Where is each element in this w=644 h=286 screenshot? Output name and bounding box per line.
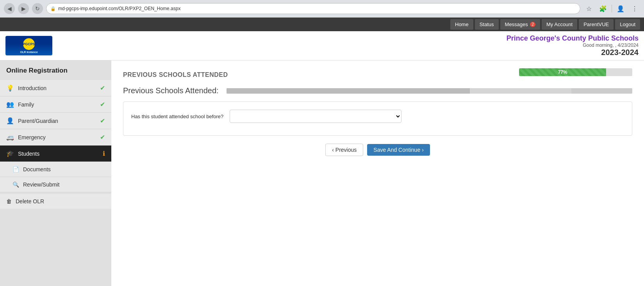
- sidebar-item-review-submit[interactable]: 🔍 Review/Submit: [0, 177, 111, 192]
- sidebar-item-documents[interactable]: 📄 Documents: [0, 162, 111, 177]
- forward-button[interactable]: ▶: [18, 3, 29, 14]
- delete-icon: 🗑: [6, 198, 12, 204]
- save-continue-button[interactable]: Save And Continue ›: [367, 144, 430, 156]
- content-inner: PREVIOUS SCHOOLS ATTENDED 77% Previous S…: [111, 60, 644, 164]
- progress-bar-container: 77%: [519, 68, 632, 76]
- parent-check-icon: ✔: [100, 117, 105, 124]
- students-icon: 🎓: [6, 150, 14, 157]
- sidebar-label-review: Review/Submit: [23, 181, 59, 188]
- url-text: md-pgcps-imp.edupoint.com/OLR/PXP2_OEN_H…: [58, 6, 180, 11]
- form-section: Has this student attended school before?…: [123, 101, 632, 136]
- sidebar-item-delete-olr[interactable]: 🗑 Delete OLR: [0, 194, 111, 209]
- browser-toolbar: ☆ 🧩 👤 ⋮: [583, 3, 640, 14]
- sidebar-label-parent: Parent/Guardian: [18, 118, 96, 124]
- progress-bar-fill: 77%: [519, 68, 606, 76]
- year-badge: 2023-2024: [507, 48, 639, 57]
- family-icon: 👥: [6, 101, 14, 108]
- action-row: ‹ Previous Save And Continue ›: [123, 144, 632, 156]
- nav-parentvue-button[interactable]: ParentVUE: [579, 19, 614, 30]
- sidebar-title: Online Registration: [0, 67, 111, 80]
- nav-messages-button[interactable]: Messages 2: [500, 19, 540, 30]
- content-area: PREVIOUS SCHOOLS ATTENDED 77% Previous S…: [111, 60, 644, 286]
- sidebar-label-delete: Delete OLR: [16, 198, 44, 204]
- back-button[interactable]: ◀: [4, 3, 15, 14]
- documents-icon: 📄: [12, 166, 19, 172]
- greeting-line: Good morning, , 4/23/2024: [507, 43, 639, 48]
- school-logo: PGCPS OLR Instance: [5, 36, 52, 55]
- introduction-check-icon: ✔: [100, 84, 105, 92]
- nav-home-button[interactable]: Home: [450, 19, 473, 30]
- review-icon: 🔍: [12, 181, 19, 188]
- students-info-icon: ℹ: [103, 150, 105, 157]
- sidebar-label-family: Family: [18, 101, 96, 108]
- logo-circle: PGCPS: [23, 38, 35, 50]
- sidebar-item-parent-guardian[interactable]: 👤 Parent/Guardian ✔: [0, 113, 111, 129]
- bookmark-icon[interactable]: ☆: [583, 3, 594, 14]
- progress-bar-outer: 77%: [519, 68, 632, 76]
- logo-area: PGCPS OLR Instance: [5, 36, 52, 55]
- emergency-icon: 🚐: [6, 133, 14, 141]
- section-sub-header: Previous Schools Attended:: [123, 86, 632, 95]
- save-icon: ›: [422, 147, 424, 153]
- parent-icon: 👤: [6, 117, 14, 124]
- sidebar-label-introduction: Introduction: [18, 85, 96, 91]
- logo-subtitle: OLR Instance: [20, 51, 37, 53]
- school-name: Prince George's County Public Schools: [507, 34, 639, 43]
- previous-button[interactable]: ‹ Previous: [325, 144, 363, 156]
- school-attended-label: Has this student attended school before?: [131, 114, 223, 119]
- main-layout: Online Registration 💡 Introduction ✔ 👥 F…: [0, 60, 644, 286]
- extensions-icon[interactable]: 🧩: [598, 3, 608, 14]
- sidebar-label-students: Students: [18, 151, 99, 157]
- family-check-icon: ✔: [100, 101, 105, 108]
- browser-chrome: ◀ ▶ ↻ 🔒 md-pgcps-imp.edupoint.com/OLR/PX…: [0, 0, 644, 18]
- page-section-title: PREVIOUS SCHOOLS ATTENDED: [123, 71, 228, 78]
- menu-icon[interactable]: ⋮: [629, 3, 640, 14]
- messages-badge-count: 2: [530, 22, 535, 27]
- nav-logout-button[interactable]: Logout: [615, 19, 640, 30]
- previous-label: Previous: [335, 147, 357, 153]
- sub-bar-fill1: [227, 88, 470, 94]
- section-header-row: PREVIOUS SCHOOLS ATTENDED 77%: [123, 68, 632, 84]
- form-row-school-attended: Has this student attended school before?…: [131, 110, 624, 123]
- top-nav: Home Status Messages 2 My Account Parent…: [0, 18, 644, 31]
- section-title-main: Previous Schools Attended:: [123, 86, 219, 95]
- sidebar-item-emergency[interactable]: 🚐 Emergency ✔: [0, 129, 111, 146]
- lock-icon: 🔒: [50, 6, 56, 11]
- profile-icon[interactable]: 👤: [615, 3, 626, 14]
- nav-status-button[interactable]: Status: [475, 19, 499, 30]
- section-sub-bar: [227, 88, 632, 94]
- sidebar-label-documents: Documents: [23, 166, 51, 172]
- sidebar: Online Registration 💡 Introduction ✔ 👥 F…: [0, 60, 111, 286]
- nav-myaccount-button[interactable]: My Account: [542, 19, 577, 30]
- previous-icon: ‹: [332, 147, 334, 153]
- introduction-icon: 💡: [6, 84, 14, 92]
- sidebar-item-family[interactable]: 👥 Family ✔: [0, 96, 111, 113]
- logo-initials: PGCPS: [23, 42, 35, 46]
- refresh-button[interactable]: ↻: [32, 3, 43, 14]
- sub-bar-fill2: [470, 88, 571, 94]
- emergency-check-icon: ✔: [100, 133, 105, 141]
- sidebar-item-introduction[interactable]: 💡 Introduction ✔: [0, 80, 111, 96]
- toolbar-divider: [612, 5, 612, 12]
- progress-percent-label: 77%: [558, 69, 567, 75]
- sidebar-item-students[interactable]: 🎓 Students ℹ: [0, 146, 111, 162]
- header-right: Prince George's County Public Schools Go…: [507, 34, 639, 57]
- save-label: Save And Continue: [373, 147, 420, 153]
- address-bar[interactable]: 🔒 md-pgcps-imp.edupoint.com/OLR/PXP2_OEN…: [46, 3, 580, 14]
- site-header: PGCPS OLR Instance Prince George's Count…: [0, 31, 644, 60]
- school-attended-dropdown[interactable]: Yes No: [230, 110, 401, 123]
- sidebar-label-emergency: Emergency: [18, 134, 96, 140]
